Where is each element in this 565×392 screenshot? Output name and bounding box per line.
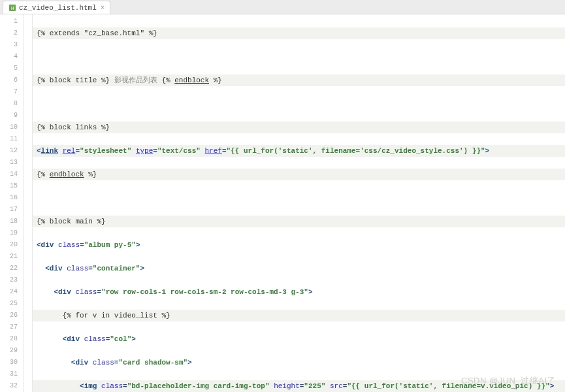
code-text: "225" xyxy=(304,382,325,390)
code-text: img xyxy=(84,382,97,390)
code-text: "album py-5" xyxy=(84,241,136,249)
tab-filename: cz_video_list.html xyxy=(19,4,97,12)
code-text: {% xyxy=(157,76,174,84)
code-text: div xyxy=(50,265,63,272)
code-text: class xyxy=(93,359,114,367)
code-text: %} xyxy=(84,171,97,178)
code-text: {% for v in video_list %} xyxy=(63,312,170,319)
code-text: 影视作品列表 xyxy=(114,76,157,84)
code-text: "{{ url_for('static', filename=v.video_p… xyxy=(347,382,549,390)
fold-gutter xyxy=(24,14,33,392)
code-editor[interactable]: 1234567891011121314151617181920212223242… xyxy=(0,14,565,392)
code-text: height xyxy=(274,382,300,390)
code-text: {% block title %} xyxy=(37,76,114,84)
code-text: type xyxy=(136,147,153,155)
code-text: class xyxy=(84,335,106,343)
code-text: endblock xyxy=(50,171,84,178)
code-text: class xyxy=(67,265,88,272)
code-text: href xyxy=(205,147,222,155)
code-text: endblock xyxy=(174,76,209,84)
code-text: "col" xyxy=(110,335,131,343)
code-text: "stylesheet" xyxy=(80,147,131,155)
svg-text:H: H xyxy=(11,6,14,11)
code-text: div xyxy=(75,359,88,367)
code-text: "card shadow-sm" xyxy=(118,359,187,367)
line-number-gutter: 1234567891011121314151617181920212223242… xyxy=(0,14,24,392)
code-text: {% block links %} xyxy=(37,123,110,131)
code-text: {% xyxy=(37,171,50,178)
code-text: div xyxy=(41,241,54,249)
code-text: "{{ url_for('static', filename='css/cz_v… xyxy=(227,147,485,155)
code-text: class xyxy=(101,382,123,390)
code-text: src xyxy=(330,382,343,390)
code-text: div xyxy=(67,335,80,343)
code-text: class xyxy=(58,241,80,249)
code-area[interactable]: {% extends "cz_base.html" %} {% block ti… xyxy=(33,14,565,392)
file-tab[interactable]: H cz_video_list.html × xyxy=(3,1,110,14)
code-text: %} xyxy=(209,76,222,84)
code-text: {% extends "cz_base.html" %} xyxy=(37,29,157,37)
code-text: "text/css" xyxy=(157,147,201,155)
code-text: rel xyxy=(63,147,76,155)
code-text: link xyxy=(41,147,58,155)
code-text: "bd-placeholder-img card-img-top" xyxy=(127,382,270,390)
code-md: "row row-cols-1 row-cols-sm-2 row-cols-m… xyxy=(101,288,308,296)
close-icon[interactable]: × xyxy=(101,4,105,12)
code-text: {% block main %} xyxy=(37,218,106,225)
code-text: div xyxy=(58,288,71,296)
html-file-icon: H xyxy=(8,4,16,12)
tab-bar: H cz_video_list.html × xyxy=(0,0,565,14)
code-text: "container" xyxy=(93,265,140,272)
code-text: class xyxy=(75,288,97,296)
